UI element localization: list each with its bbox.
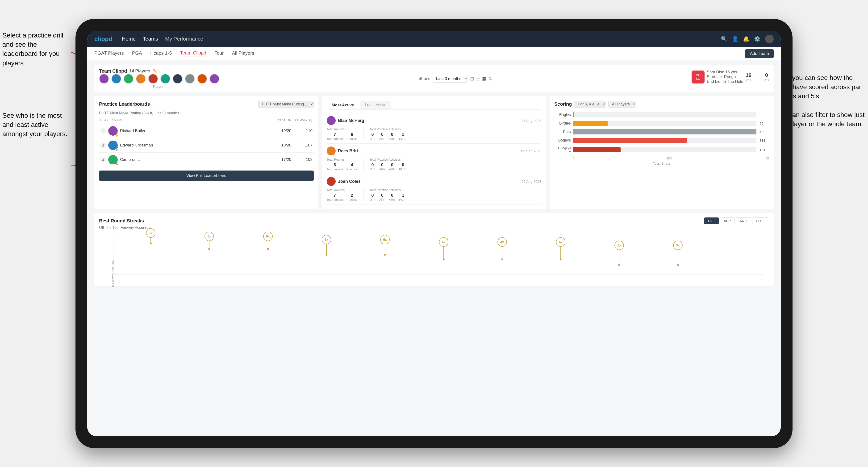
pa-stat-label-rounds-blair: Total Rounds	[327, 127, 358, 131]
score-info-line1: Shot Dist: 16 yds	[707, 70, 743, 74]
lb-avg-3: 103	[294, 157, 312, 162]
player-avatar-6[interactable]	[160, 74, 170, 84]
search-icon[interactable]: 🔍	[721, 36, 727, 42]
card-view-icon[interactable]: ▦	[482, 76, 487, 82]
pa-stat-rounds-rees: Total Rounds 8 Tournament 4 Practice	[327, 158, 358, 171]
x-label-200: 200	[666, 157, 672, 160]
bar-outer-birdies	[573, 121, 756, 126]
lb-col-avg: PB AVG SQ	[294, 118, 312, 122]
list-view-icon[interactable]: ☰	[476, 76, 480, 82]
pa-header-blair: Blair McHarg 26 Aug 2023	[327, 116, 541, 125]
view-full-leaderboard-button[interactable]: View Full Leaderboard	[99, 170, 314, 181]
player-avatar-7[interactable]	[173, 74, 183, 84]
player-avatar-10[interactable]	[210, 74, 219, 84]
streak-circle-5x-2: 5x	[380, 235, 390, 244]
streak-node-4x-2: 4x	[497, 237, 507, 260]
tab-least-active[interactable]: Least Active	[360, 101, 391, 110]
player-avatar-9[interactable]	[197, 74, 207, 84]
nav-link-teams[interactable]: Teams	[143, 36, 158, 42]
avatar[interactable]	[765, 35, 774, 43]
lb-score-3: 17/20	[272, 157, 291, 162]
nav-link-home[interactable]: Home	[122, 36, 136, 42]
streak-line-5x-1	[326, 244, 327, 254]
users-icon[interactable]: 👤	[732, 36, 738, 42]
player-avatar-3[interactable]	[124, 74, 133, 84]
bar-label-dbogeys: D. Bogeys +	[554, 146, 571, 153]
bar-label-pars: Pars	[554, 130, 571, 134]
player-activity-rees: Rees Britt 02 Sep 2023 Total Rounds 8 To…	[327, 144, 541, 174]
tab-most-active[interactable]: Most Active	[327, 101, 359, 110]
subnav-teamclippd[interactable]: Team Clippd	[180, 50, 206, 57]
bar-row-birdies: Birdies 96	[554, 121, 769, 126]
bell-icon[interactable]: 🔔	[743, 36, 749, 42]
streak-circle-6x-2: 6x	[263, 231, 273, 241]
scoring-filter-pars[interactable]: Par 3, 4 & 5s	[574, 101, 606, 107]
scoring-title: Scoring	[554, 101, 572, 107]
pa-arg-blair: 0 ARG	[389, 132, 396, 141]
pa-tournament-rees: 8 Tournament	[327, 162, 343, 171]
streak-node-6x-2: 6x	[263, 231, 273, 250]
annotation-top-left: Select a practice drill and see the lead…	[2, 31, 73, 68]
subnav-pga[interactable]: PGA	[132, 51, 142, 57]
lb-avg-1: 110	[294, 129, 312, 133]
pa-arg-josh: 0 ARG	[389, 193, 396, 201]
bar-outer-bogeys	[573, 138, 756, 143]
pa-stats-josh: Total Rounds 7 Tournament 2 Practice	[327, 188, 541, 201]
bar-fill-bogeys	[573, 138, 687, 143]
team-title: Team Clippd 14 Players ✏️	[99, 68, 219, 74]
bar-fill-pars	[573, 129, 756, 134]
team-player-count: 14 Players	[129, 69, 151, 73]
streak-line-6x-2	[268, 241, 268, 248]
pa-header-rees: Rees Britt 02 Sep 2023	[327, 147, 541, 155]
subnav-tour[interactable]: Tour	[214, 51, 224, 57]
edit-icon[interactable]: ✏️	[153, 69, 158, 73]
streaks-tab-ott[interactable]: OTT	[704, 217, 719, 224]
bar-chart: Eagles 3 Birdies 96	[554, 112, 769, 153]
drill-select[interactable]: PUTT Must Make Putting...	[258, 101, 314, 107]
subnav-hcaps[interactable]: Hcaps 1-5	[150, 51, 172, 57]
streak-node-3x-2: 3x	[673, 241, 683, 266]
pa-name-blair: Blair McHarg	[338, 118, 519, 123]
score-info-line3: End Lie: In The Hole	[707, 79, 743, 84]
streak-chart-area: 7x 6x 6x	[113, 237, 764, 275]
streaks-tab-putt[interactable]: PUTT	[752, 217, 769, 224]
bar-val-birdies: 96	[760, 121, 769, 125]
pa-date-josh: 26 Aug 2023	[522, 180, 541, 184]
streak-dot-6x-1	[208, 248, 210, 250]
nav-icons: 🔍 👤 🔔 ⚙️	[721, 35, 774, 43]
pa-putt-josh: 1 PUTT	[399, 193, 407, 201]
lb-medal-1: 🥇	[115, 133, 119, 136]
pa-putt-rees: 0 PUTT	[399, 162, 407, 171]
scoring-filter-players[interactable]: All Players	[608, 101, 636, 107]
subnav-pgat[interactable]: PGAT Players	[94, 51, 124, 57]
player-avatar-1[interactable]	[99, 74, 109, 84]
streak-circle-3x-1: 3x	[614, 241, 624, 250]
streaks-tab-app[interactable]: APP	[720, 217, 735, 224]
nav-link-myperformance[interactable]: My Performance	[165, 36, 203, 42]
lb-rank-1: 1	[100, 128, 106, 134]
streaks-tab-arg[interactable]: ARG	[736, 217, 751, 224]
player-avatar-2[interactable]	[111, 74, 121, 84]
pa-stats-rees: Total Rounds 8 Tournament 4 Practice	[327, 158, 541, 171]
scoring-panel: Scoring Par 3, 4 & 5s All Players Eagles	[550, 96, 774, 209]
sort-icon[interactable]: ⇅	[489, 76, 493, 82]
player-activity-blair: Blair McHarg 26 Aug 2023 Total Rounds 7 …	[327, 113, 541, 144]
grid-view-icon[interactable]: ⊞	[470, 76, 474, 82]
lb-name-3: Cameron...	[120, 157, 270, 162]
streak-node-3x-1: 3x	[614, 241, 624, 266]
player-avatar-5[interactable]	[148, 74, 158, 84]
subnav: PGAT Players PGA Hcaps 1-5 Team Clippd T…	[87, 47, 781, 60]
subnav-allplayers[interactable]: All Players	[232, 51, 254, 57]
pa-stat-rounds-blair: Total Rounds 7 Tournament 6 Practice	[327, 127, 358, 141]
streaks-panel: Best Round Streaks OTT APP ARG PUTT Off …	[94, 213, 774, 286]
tablet-frame: clippd Home Teams My Performance 🔍 👤 🔔 ⚙…	[75, 19, 793, 448]
show-select[interactable]: Last 3 months Last 6 months Last year	[433, 75, 468, 83]
player-avatar-4[interactable]	[136, 74, 146, 84]
lb-col-score: PB SCORE	[275, 118, 294, 122]
player-avatar-8[interactable]	[185, 74, 195, 84]
score-circles: 16 yds → 0 yds	[746, 72, 769, 82]
pa-app-rees: 0 APP	[379, 162, 385, 171]
settings-icon[interactable]: ⚙️	[754, 36, 761, 42]
streak-dot-3x-1	[618, 264, 620, 266]
add-team-button[interactable]: Add Team	[745, 49, 774, 58]
